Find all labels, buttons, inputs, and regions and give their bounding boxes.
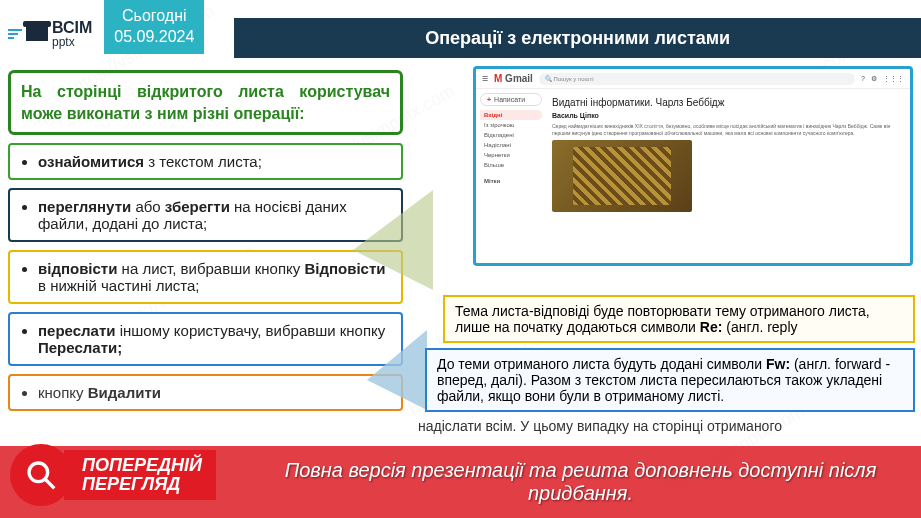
menu-icon: ☰: [482, 75, 488, 83]
logo: ВСІМ pptx: [8, 20, 92, 48]
op-yellow-rest: в нижній частині листа;: [38, 277, 200, 294]
gmail-subject: Видатні інформатики. Чарлз Беббідж: [552, 97, 904, 108]
op-orange-b1: Видалити: [88, 384, 161, 401]
op-navy-b2: зберегти: [165, 198, 230, 215]
callout-blue-pre: До теми отриманого листа будуть додані с…: [437, 356, 766, 372]
gmail-nav-starred: Із зірочкою: [480, 120, 542, 130]
search-icon: 🔍: [545, 75, 552, 82]
callout-reply-note: Тема листа-відповіді буде повторювати те…: [443, 295, 915, 343]
right-column: ☰ M Gmail 🔍 Пошук у пошті ? ⚙ ⋮⋮⋮ Написа…: [413, 70, 913, 411]
gmail-search-placeholder: Пошук у пошті: [554, 76, 594, 82]
operation-read: ознайомитися з текстом листа;: [8, 143, 403, 180]
op-navy-b1: переглянути: [38, 198, 131, 215]
gmail-nav-inbox: Вхідні: [480, 110, 542, 120]
date-badge-value: 05.09.2024: [114, 27, 194, 48]
operation-save: переглянути або зберегти на носієві дани…: [8, 188, 403, 242]
op-green-rest: з текстом листа;: [144, 153, 262, 170]
logo-text: ВСІМ pptx: [52, 20, 92, 48]
op-yellow-b1: відповісти: [38, 260, 117, 277]
date-badge-label: Сьогодні: [114, 6, 194, 27]
gmail-nav-more: Більше: [480, 160, 542, 170]
intro-text: На сторінці відкритого листа користувач …: [21, 81, 390, 124]
intro-box: На сторінці відкритого листа користувач …: [8, 70, 403, 135]
slide-content: На сторінці відкритого листа користувач …: [0, 60, 921, 411]
gmail-sidebar: Написати Вхідні Із зірочкою Відкладені Н…: [476, 89, 546, 263]
callout-yellow-bold: Re:: [700, 319, 723, 335]
callout-yellow-post: (англ. reply: [722, 319, 797, 335]
slide-title: Операції з електронними листами: [234, 18, 921, 58]
gmail-labels-heading: Мітки: [480, 176, 542, 186]
gmail-logo: M Gmail: [494, 73, 533, 84]
preview-line1: ПОПЕРЕДНІЙ: [82, 456, 202, 475]
op-blue-mid: іншому користувачу, вибравши кнопку: [116, 322, 386, 339]
op-blue-b1: переслати: [38, 322, 116, 339]
help-icon: ?: [861, 75, 865, 82]
partial-text-behind: надіслати всім. У цьому випадку на сторі…: [418, 418, 908, 434]
apps-icon: ⋮⋮⋮: [883, 75, 904, 83]
header: ВСІМ pptx Сьогодні 05.09.2024 Операції з…: [0, 0, 921, 60]
logo-sub: pptx: [52, 36, 92, 48]
svg-line-1: [45, 479, 54, 488]
op-navy-mid: або: [131, 198, 165, 215]
operation-reply: відповісти на лист, вибравши кнопку Відп…: [8, 250, 403, 304]
operation-delete: кнопку Видалити: [8, 374, 403, 411]
left-column: На сторінці відкритого листа користувач …: [8, 70, 403, 411]
logo-stripes-icon: [8, 29, 22, 39]
date-badge: Сьогодні 05.09.2024: [104, 0, 204, 54]
op-yellow-mid: на лист, вибравши кнопку: [117, 260, 304, 277]
gmail-search: 🔍 Пошук у пошті: [539, 73, 855, 85]
gmail-topbar: ☰ M Gmail 🔍 Пошук у пошті ? ⚙ ⋮⋮⋮: [476, 69, 910, 89]
graduation-cap-icon: [26, 27, 48, 41]
gmail-compose-button: Написати: [480, 93, 542, 106]
gmail-screenshot: ☰ M Gmail 🔍 Пошук у пошті ? ⚙ ⋮⋮⋮ Написа…: [473, 66, 913, 266]
purchase-banner-text: Повна версія презентації та решта доповн…: [260, 459, 901, 505]
preview-badge: ПОПЕРЕДНІЙ ПЕРЕГЛЯД: [10, 444, 216, 506]
callout-blue-bold: Fw:: [766, 356, 790, 372]
callout-pointer-green: [353, 190, 433, 290]
gmail-nav-drafts: Чернетки: [480, 150, 542, 160]
magnifier-icon: [10, 444, 72, 506]
gmail-attached-image: [552, 140, 692, 212]
operation-forward: переслати іншому користувачу, вибравши к…: [8, 312, 403, 366]
gmail-from: Василь Ціпко: [552, 112, 904, 119]
svg-point-0: [29, 463, 48, 482]
callout-pointer-blue: [367, 330, 427, 410]
gmail-nav-snoozed: Відкладені: [480, 130, 542, 140]
gmail-body-text: Серед найвидатніших винахідників ХІХ сто…: [552, 123, 904, 136]
gmail-nav: Вхідні Із зірочкою Відкладені Надіслані …: [480, 110, 542, 186]
logo-name: ВСІМ: [52, 19, 92, 36]
op-orange-mid: кнопку: [38, 384, 88, 401]
callout-forward-note: До теми отриманого листа будуть додані с…: [425, 348, 915, 412]
gmail-message-pane: Видатні інформатики. Чарлз Беббідж Васил…: [546, 89, 910, 263]
op-green-bold: ознайомитися: [38, 153, 144, 170]
settings-icon: ⚙: [871, 75, 877, 83]
callout-yellow-pre: Тема листа-відповіді буде повторювати те…: [455, 303, 870, 335]
preview-label: ПОПЕРЕДНІЙ ПЕРЕГЛЯД: [64, 450, 216, 500]
preview-line2: ПЕРЕГЛЯД: [82, 475, 202, 494]
op-blue-b2: Переслати;: [38, 339, 122, 356]
gmail-nav-sent: Надіслані: [480, 140, 542, 150]
